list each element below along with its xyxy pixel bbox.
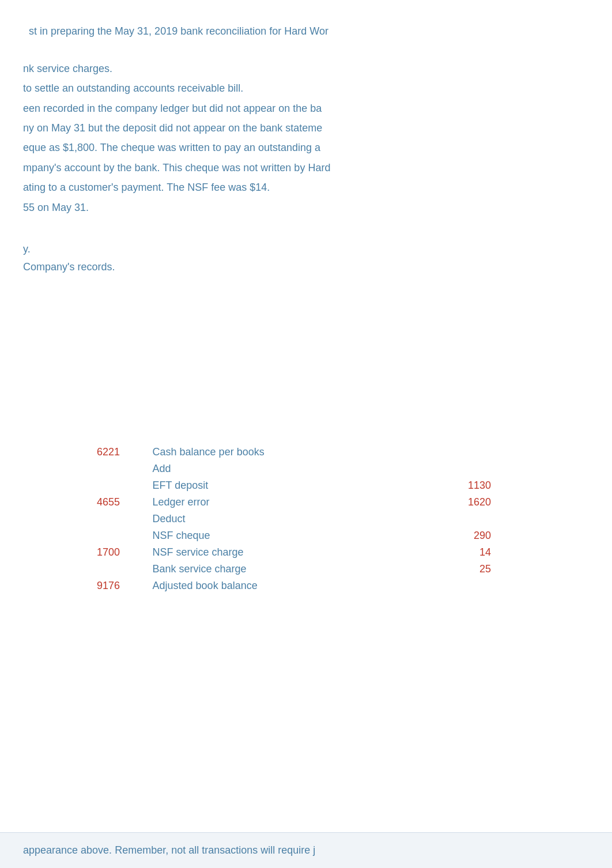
table-row: Deduct: [92, 511, 496, 527]
table-row: Bank service charge25: [92, 561, 496, 578]
row-label: EFT deposit: [148, 477, 413, 494]
row-value: [412, 444, 496, 461]
row-value: 290: [412, 527, 496, 544]
row-label: Cash balance per books: [148, 444, 413, 461]
middle-line-7: ating to a customer's payment. The NSF f…: [23, 178, 595, 197]
row-number: [92, 477, 148, 494]
bottom-text-section: appearance above. Remember, not all tran…: [0, 832, 612, 868]
row-number: [92, 461, 148, 477]
table-row: NSF cheque290: [92, 527, 496, 544]
top-text-section: st in preparing the May 31, 2019 bank re…: [0, 0, 612, 54]
row-value: 14: [412, 544, 496, 561]
instructions-line-2: Company's records.: [23, 259, 595, 276]
row-number: [92, 527, 148, 544]
row-value: 25: [412, 561, 496, 578]
row-number: 6221: [92, 444, 148, 461]
row-label: Ledger error: [148, 494, 413, 511]
row-label: Bank service charge: [148, 561, 413, 578]
table-row: EFT deposit1130: [92, 477, 496, 494]
instructions-line-1: y.: [23, 241, 595, 258]
middle-line-2: to settle an outstanding accounts receiv…: [23, 79, 595, 97]
table-section: 6221Cash balance per booksAddEFT deposit…: [0, 432, 612, 606]
row-label: NSF cheque: [148, 527, 413, 544]
row-label: Deduct: [148, 511, 413, 527]
row-value: [412, 511, 496, 527]
row-number: 1700: [92, 544, 148, 561]
table-row: 1700NSF service charge14: [92, 544, 496, 561]
middle-line-3: een recorded in the company ledger but d…: [23, 99, 595, 118]
instructions-section: y. Company's records.: [0, 229, 612, 282]
table-row: 9176Adjusted book balance: [92, 578, 496, 594]
row-label: Adjusted book balance: [148, 578, 413, 594]
top-line-1: st in preparing the May 31, 2019 bank re…: [29, 23, 595, 40]
row-value: [412, 578, 496, 594]
bottom-text: appearance above. Remember, not all tran…: [23, 844, 595, 856]
table-row: 6221Cash balance per books: [92, 444, 496, 461]
row-value: 1130: [412, 477, 496, 494]
middle-line-8: 55 on May 31.: [23, 198, 595, 217]
row-value: 1620: [412, 494, 496, 511]
row-label: NSF service charge: [148, 544, 413, 561]
middle-line-4: ny on May 31 but the deposit did not app…: [23, 119, 595, 137]
row-label: Add: [148, 461, 413, 477]
middle-line-5: eque as $1,800. The cheque was written t…: [23, 138, 595, 157]
row-number: [92, 561, 148, 578]
middle-line-1: nk service charges.: [23, 59, 595, 78]
middle-text-section: nk service charges. to settle an outstan…: [0, 54, 612, 229]
table-row: 4655Ledger error1620: [92, 494, 496, 511]
row-number: 9176: [92, 578, 148, 594]
reconciliation-table: 6221Cash balance per booksAddEFT deposit…: [92, 444, 496, 594]
spacer: [0, 282, 612, 432]
row-number: [92, 511, 148, 527]
middle-line-6: mpany's account by the bank. This cheque…: [23, 158, 595, 177]
row-number: 4655: [92, 494, 148, 511]
page-container: st in preparing the May 31, 2019 bank re…: [0, 0, 612, 868]
table-row: Add: [92, 461, 496, 477]
row-value: [412, 461, 496, 477]
